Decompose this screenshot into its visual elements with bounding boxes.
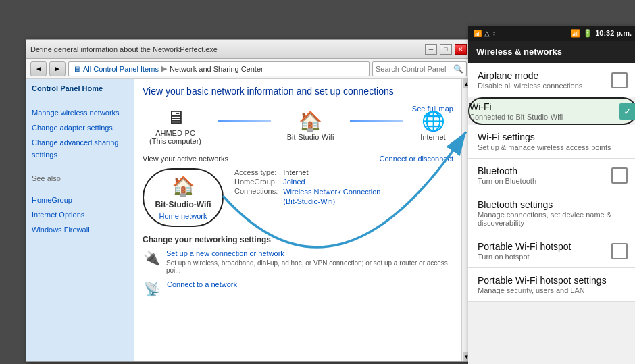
setting-text-1: Set up a new connection or network Set u… [166, 249, 453, 274]
android-header-title: Wireless & networks [476, 47, 562, 57]
see-also-title: See also [32, 174, 128, 182]
airplane-mode-checkbox[interactable] [611, 72, 628, 88]
address-bar: ◄ ► 🖥 All Control Panel Items ▶ Network … [26, 59, 471, 79]
android-item-bluetooth[interactable]: Bluetooth Turn on Bluetooth [468, 159, 635, 192]
android-item-wifi-settings[interactable]: Wi-Fi settings Set up & manage wireless … [468, 125, 635, 159]
close-button[interactable]: ✕ [455, 44, 467, 55]
bluetooth-text: Bluetooth Turn on Bluetooth [478, 165, 611, 185]
android-list: Airplane mode Disable all wireless conne… [468, 63, 635, 364]
network-wifi: 🏠 Bit-Studio-Wifi [287, 109, 334, 141]
new-connection-icon: 🔌 [143, 249, 161, 267]
maximize-button[interactable]: □ [440, 44, 452, 55]
back-button[interactable]: ◄ [30, 61, 47, 76]
pc-label: AHMED-PC [155, 129, 195, 137]
airplane-mode-text: Airplane mode Disable all wireless conne… [478, 70, 611, 90]
home-icon: 🏠 [172, 175, 195, 197]
hotspot-settings-text: Portable Wi-Fi hotspot settings Manage s… [478, 275, 628, 294]
main-area: Control Panel Home Manage wireless netwo… [26, 79, 471, 361]
sidebar-link-homegroup[interactable]: HomeGroup [32, 194, 128, 206]
sidebar: Control Panel Home Manage wireless netwo… [26, 79, 134, 361]
content-title: View your basic network information and … [143, 86, 394, 97]
connections-label: Connections: [234, 187, 278, 207]
signal-strength-icon: 📶 [474, 30, 482, 37]
sidebar-link-firewall[interactable]: Windows Firewall [32, 224, 128, 236]
connections-value[interactable]: Wireless Network Connection (Bit-Studio-… [283, 187, 391, 207]
wifi-settings-subtitle: Set up & manage wireless access points [478, 143, 628, 151]
airplane-mode-title: Airplane mode [478, 70, 611, 81]
new-connection-link[interactable]: Set up a new connection or network [166, 249, 284, 257]
breadcrumb-part1[interactable]: All Control Panel Items [83, 65, 159, 73]
network-ssid: Bit-Studio-Wifi [155, 200, 211, 209]
breadcrumb-part2: Network and Sharing Center [170, 65, 263, 73]
hotspot-text: Portable Wi-Fi hotspot Turn on hotspot [478, 241, 611, 261]
title-bar-controls: ─ □ ✕ [425, 44, 467, 55]
sidebar-link-wireless[interactable]: Manage wireless networks [32, 107, 128, 119]
breadcrumb-separator: ▶ [161, 64, 167, 73]
bluetooth-subtitle: Turn on Bluetooth [478, 177, 611, 185]
status-icons-left: 📶 △ ↕ [474, 30, 496, 37]
setting-text-2: Connect to a network [167, 280, 237, 298]
active-networks-title: View your active networks [143, 155, 228, 163]
bluetooth-checkbox[interactable] [611, 167, 628, 184]
change-settings-header: Change your networking settings [143, 235, 453, 244]
internet-label: Internet [420, 133, 445, 141]
data-transfer-icon: ↕ [492, 30, 496, 37]
android-item-bluetooth-settings[interactable]: Bluetooth settings Manage connections, s… [468, 192, 635, 234]
connector1 [218, 120, 271, 122]
network-diagram: 🖥 AHMED-PC (This computer) 🏠 Bit-Studio-… [143, 105, 453, 145]
search-box[interactable]: 🔍 [372, 61, 467, 76]
bluetooth-settings-title: Bluetooth settings [478, 199, 628, 210]
android-header: Wireless & networks [468, 41, 635, 63]
see-full-map-link[interactable]: See full map [412, 105, 453, 113]
breadcrumb-icon: 🖥 [73, 65, 80, 73]
sidebar-link-internet-options[interactable]: Internet Options [32, 209, 128, 221]
wifi-icon: 🏠 [297, 109, 324, 133]
connect-network-link[interactable]: Connect to a network [167, 280, 237, 288]
battery-icon: 🔋 [583, 29, 592, 38]
active-networks-header: View your active networks Connect or dis… [143, 155, 453, 163]
title-bar-text: Define general information about the Net… [30, 45, 218, 53]
wifi-settings-text: Wi-Fi settings Set up & manage wireless … [478, 132, 628, 151]
wifi-text: Wi-Fi Connected to Bit-Studio-Wifi [469, 101, 619, 121]
time-display: 10:32 p.m. [595, 29, 632, 37]
status-right: 📶 🔋 10:32 p.m. [571, 29, 632, 38]
android-status-bar: 📶 △ ↕ 📶 🔋 10:32 p.m. [468, 26, 635, 41]
wifi-title: Wi-Fi [469, 101, 619, 112]
bluetooth-title: Bluetooth [478, 165, 611, 176]
connect-network-icon: 📡 [143, 280, 161, 298]
setting-item-2: 📡 Connect to a network [143, 280, 453, 298]
minimize-button[interactable]: ─ [425, 44, 437, 55]
access-type-label: Access type: [234, 168, 278, 176]
sidebar-link-advanced[interactable]: Change advanced sharing settings [32, 136, 128, 161]
hotspot-checkbox[interactable] [611, 243, 628, 259]
wifi-settings-title: Wi-Fi settings [478, 132, 628, 142]
search-input[interactable] [376, 65, 451, 73]
title-bar: Define general information about the Net… [26, 40, 471, 59]
homegroup-value[interactable]: Joined [283, 178, 391, 186]
android-item-hotspot-settings[interactable]: Portable Wi-Fi hotspot settings Manage s… [468, 268, 635, 302]
content-area: View your basic network information and … [134, 79, 461, 361]
network-pc: 🖥 AHMED-PC (This computer) [149, 105, 201, 145]
android-item-airplane[interactable]: Airplane mode Disable all wireless conne… [468, 63, 635, 97]
connector2 [350, 120, 403, 122]
forward-button[interactable]: ► [49, 61, 66, 76]
new-connection-desc: Set up a wireless, broadband, dial-up, a… [166, 259, 453, 274]
breadcrumb: 🖥 All Control Panel Items ▶ Network and … [68, 61, 370, 76]
android-item-wifi[interactable]: Wi-Fi Connected to Bit-Studio-Wifi ✓ [468, 97, 635, 125]
active-networks: View your active networks Connect or dis… [143, 155, 453, 227]
sidebar-link-adapter[interactable]: Change adapter settings [32, 122, 128, 134]
android-item-hotspot[interactable]: Portable Wi-Fi hotspot Turn on hotspot [468, 234, 635, 268]
wifi-checkbox[interactable]: ✓ [619, 103, 635, 120]
connect-disconnect-link[interactable]: Connect or disconnect [380, 155, 453, 163]
sidebar-title: Control Panel Home [32, 84, 128, 93]
bluetooth-settings-subtitle: Manage connections, set device name & di… [478, 211, 628, 227]
network-name-area: 🏠 Bit-Studio-Wifi Home network [143, 168, 224, 227]
wifi-strength-icon: 📶 [571, 29, 580, 38]
access-type-value: Internet [283, 168, 391, 176]
network-type[interactable]: Home network [159, 212, 207, 220]
hotspot-subtitle: Turn on hotspot [478, 253, 611, 261]
network-status-icon: △ [484, 30, 490, 37]
wifi-subtitle: Connected to Bit-Studio-Wifi [469, 113, 619, 121]
hotspot-settings-title: Portable Wi-Fi hotspot settings [478, 275, 628, 286]
change-settings: Change your networking settings 🔌 Set up… [143, 235, 453, 298]
